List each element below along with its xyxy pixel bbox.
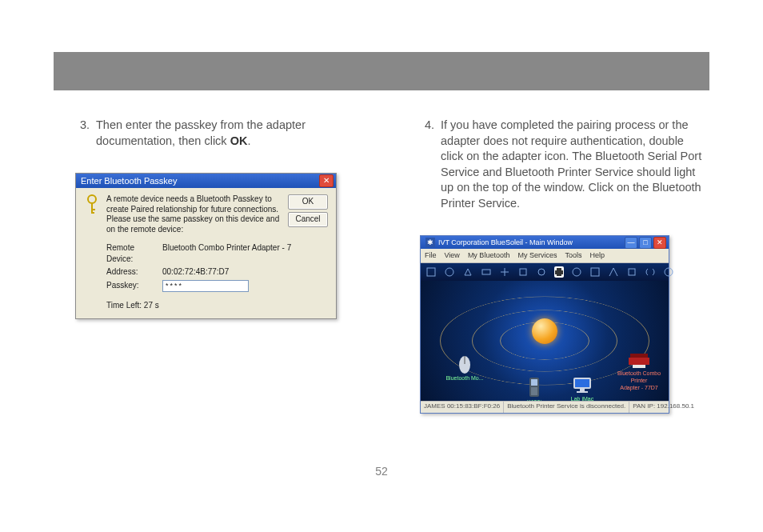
passkey-input[interactable]: **** <box>162 280 249 292</box>
time-left: Time Left: 27 s <box>106 300 328 311</box>
service-icon[interactable] <box>481 266 492 278</box>
key-icon <box>84 194 100 217</box>
svg-point-15 <box>665 268 673 276</box>
passkey-label: Passkey: <box>106 280 162 292</box>
service-icon[interactable] <box>499 266 510 278</box>
svg-rect-1 <box>91 202 93 212</box>
service-icon[interactable] <box>536 266 547 278</box>
menu-help[interactable]: Help <box>589 250 605 260</box>
cancel-button[interactable]: Cancel <box>288 212 328 227</box>
bluesoleil-menubar: File View My Bluetooth My Services Tools… <box>421 249 669 262</box>
device-imac-label: Lab iMac <box>558 395 606 401</box>
svg-rect-3 <box>91 212 94 214</box>
step-3: 3. Then enter the passkey from the adapt… <box>75 118 362 149</box>
service-icon[interactable] <box>425 266 437 278</box>
bluetooth-icon: ✱ <box>425 238 435 247</box>
svg-rect-19 <box>531 379 537 386</box>
svg-point-5 <box>445 268 453 276</box>
device-printer-label-1: Bluetooth Combo Printer <box>613 370 665 385</box>
svg-point-8 <box>538 269 545 275</box>
service-icon[interactable] <box>645 266 656 278</box>
step-3-text: Then enter the passkey from the adapter … <box>96 118 362 149</box>
step-4: 4. If you have completed the pairing pro… <box>420 118 707 211</box>
menu-tools[interactable]: Tools <box>565 250 581 260</box>
step-4-text: If you have completed the pairing proces… <box>441 118 707 211</box>
svg-rect-2 <box>91 209 95 210</box>
close-icon[interactable]: ✕ <box>319 174 334 187</box>
device-mouse[interactable]: Bluetooth Mo... <box>441 354 489 382</box>
header-bar <box>54 52 709 90</box>
remote-device-value: Bluetooth Combo Printer Adapter - 7 <box>162 242 291 264</box>
device-phone-label: K600i <box>510 398 558 401</box>
svg-rect-26 <box>629 358 649 365</box>
address-label: Address: <box>106 266 162 278</box>
remote-device-label: Remote Device: <box>106 242 162 264</box>
svg-rect-20 <box>531 387 537 395</box>
sun-icon[interactable] <box>532 318 557 344</box>
maximize-icon[interactable]: □ <box>639 237 652 249</box>
service-icon[interactable] <box>589 266 601 278</box>
close-icon[interactable]: ✕ <box>653 237 666 249</box>
service-icon[interactable] <box>626 266 637 278</box>
bluesoleil-title: IVT Corporation BlueSoleil - Main Window <box>438 238 573 247</box>
page-number: 52 <box>375 465 388 478</box>
svg-rect-23 <box>580 389 585 391</box>
status-left: JAMES 00:15:83:BF:F0:26 <box>421 402 504 413</box>
bluesoleil-window: ✱ IVT Corporation BlueSoleil - Main Wind… <box>420 235 669 413</box>
svg-rect-13 <box>591 268 599 276</box>
svg-rect-9 <box>555 270 563 274</box>
svg-point-0 <box>88 195 96 203</box>
svg-point-12 <box>573 268 581 276</box>
status-mid: Bluetooth Printer Service is disconnecte… <box>504 402 629 413</box>
svg-rect-10 <box>557 268 561 270</box>
columns: 3. Then enter the passkey from the adapt… <box>75 118 707 414</box>
svg-rect-25 <box>630 354 648 358</box>
dialog-message: A remote device needs a Bluetooth Passke… <box>106 194 282 234</box>
dialog-title: Enter Bluetooth Passkey <box>81 175 177 187</box>
svg-rect-22 <box>575 379 589 387</box>
menu-file[interactable]: File <box>425 250 437 260</box>
svg-rect-14 <box>629 269 635 275</box>
svg-rect-24 <box>577 391 588 393</box>
svg-rect-4 <box>427 268 435 276</box>
service-icon[interactable] <box>663 266 674 278</box>
bluesoleil-statusbar: JAMES 00:15:83:BF:F0:26 Bluetooth Printe… <box>421 401 669 413</box>
service-icon[interactable] <box>571 266 582 278</box>
svg-rect-6 <box>482 270 490 274</box>
device-mouse-label: Bluetooth Mo... <box>441 374 489 382</box>
printer-service-icon[interactable] <box>554 266 564 278</box>
address-value: 00:02:72:4B:77:D7 <box>162 266 229 278</box>
service-icon[interactable] <box>608 266 619 278</box>
device-phone[interactable]: K600i <box>510 377 558 401</box>
ok-button[interactable]: OK <box>288 194 328 210</box>
svg-rect-7 <box>520 269 526 275</box>
device-imac[interactable]: Lab iMac <box>558 377 606 401</box>
bluesoleil-titlebar: ✱ IVT Corporation BlueSoleil - Main Wind… <box>421 236 669 249</box>
right-column: 4. If you have completed the pairing pro… <box>420 118 707 414</box>
passkey-dialog: Enter Bluetooth Passkey ✕ A remote devic… <box>75 173 337 319</box>
minimize-icon[interactable]: ― <box>625 237 637 249</box>
device-printer[interactable]: Bluetooth Combo Printer Adapter - 77D7 <box>613 353 665 392</box>
menu-view[interactable]: View <box>445 250 460 260</box>
bluesoleil-toolbar <box>421 263 669 281</box>
svg-rect-11 <box>557 274 561 276</box>
service-icon[interactable] <box>462 266 473 278</box>
left-column: 3. Then enter the passkey from the adapt… <box>75 118 362 414</box>
menu-my-bluetooth[interactable]: My Bluetooth <box>468 250 510 260</box>
device-printer-label-2: Adapter - 77D7 <box>613 384 665 391</box>
service-icon[interactable] <box>444 266 455 278</box>
bluesoleil-main-view: Bluetooth Mo... K600i Lab iMac Bluetooth… <box>421 281 669 401</box>
service-icon[interactable] <box>517 266 529 278</box>
step-3-number: 3. <box>75 118 90 149</box>
menu-my-services[interactable]: My Services <box>517 250 557 260</box>
svg-rect-27 <box>633 365 645 368</box>
dialog-titlebar: Enter Bluetooth Passkey ✕ <box>76 174 336 188</box>
status-right: PAN IP: 192.168.50.1 <box>629 402 697 413</box>
step-4-number: 4. <box>420 118 434 211</box>
